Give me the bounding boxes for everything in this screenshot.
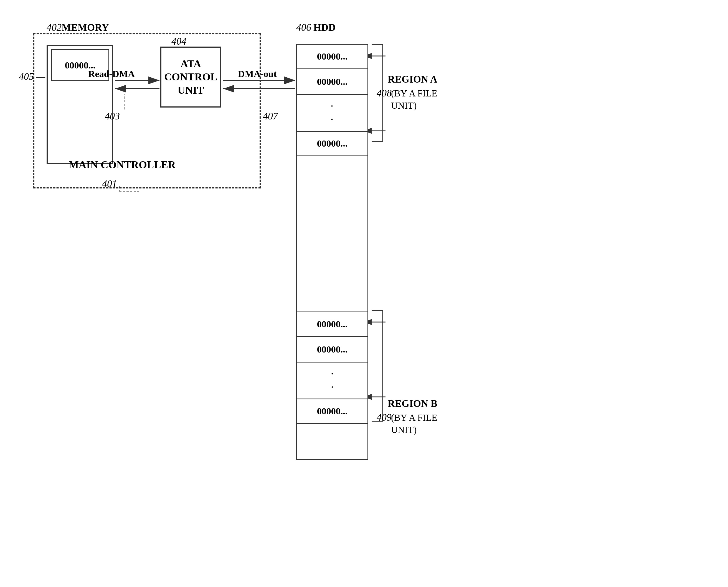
hdd-dots-b-text: · <box>331 367 334 380</box>
hdd-row4-text: 00000... <box>317 319 348 330</box>
region-b-desc: (BY A FILEUNIT) <box>391 412 437 436</box>
hdd-dots-a: · · <box>296 95 368 131</box>
region-a-label: REGION A <box>388 73 437 85</box>
label-404: 404 <box>172 36 186 47</box>
ata-control-unit-text: ATACONTROLUNIT <box>164 57 218 97</box>
label-405: 405 — <box>19 71 45 82</box>
diagram: 402 MEMORY 00000... 405 — 404 ATACONTROL… <box>0 0 728 587</box>
hdd-row-2: 00000... <box>296 69 368 95</box>
label-407: 407 <box>263 110 278 122</box>
hdd-dots-b-text2: · <box>331 380 334 394</box>
hdd-row-3: 00000... <box>296 131 368 156</box>
label-dma-out: DMA-out <box>238 69 277 79</box>
hdd-row1-text: 00000... <box>317 51 348 62</box>
label-hdd: HDD <box>313 22 336 33</box>
label-read-dma: Read-DMA <box>88 69 135 79</box>
label-memory: MEMORY <box>62 22 109 33</box>
hdd-row2-text: 00000... <box>317 76 348 87</box>
hdd-row-6: 00000... <box>296 399 368 424</box>
region-a-desc: (BY A FILEUNIT) <box>391 87 437 112</box>
label-main-controller: MAIN CONTROLLER <box>69 159 176 171</box>
hdd-dots-a-text: · <box>331 99 334 113</box>
hdd-row-4: 00000... <box>296 311 368 337</box>
hdd-spacer <box>296 156 368 311</box>
region-b-label: REGION B <box>388 398 437 409</box>
hdd-row5-text: 00000... <box>317 344 348 355</box>
hdd-row3-text: 00000... <box>317 138 348 149</box>
label-401: 401 <box>102 178 117 190</box>
hdd-row6-text: 00000... <box>317 406 348 417</box>
hdd-dots-a-text2: · <box>331 113 334 126</box>
hdd-bottom-row <box>296 424 368 460</box>
label-406-num: 406 <box>296 22 311 33</box>
hdd-row-5: 00000... <box>296 337 368 362</box>
ata-control-unit-box: ATACONTROLUNIT <box>160 47 221 108</box>
label-408: 408 <box>377 87 392 99</box>
label-409: 409 <box>377 412 392 423</box>
label-403: 403 <box>105 110 120 122</box>
hdd-dots-b: · · <box>296 362 368 399</box>
hdd-row-1: 00000... <box>296 44 368 69</box>
label-402-num: 402 <box>47 22 62 33</box>
memory-block: 00000... <box>47 45 113 164</box>
